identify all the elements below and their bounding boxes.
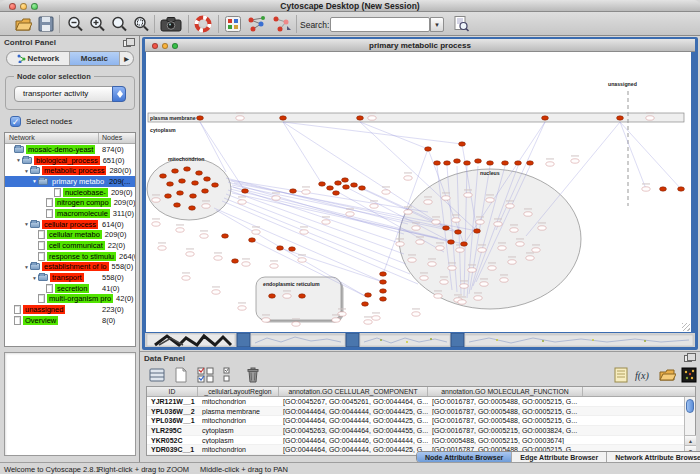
- tree-row[interactable]: ▼transport558(0): [5, 272, 135, 283]
- network-node[interactable]: [478, 248, 486, 252]
- tree-row[interactable]: ▼metabolic process280(0): [5, 165, 135, 176]
- matrix-icon[interactable]: [680, 366, 698, 384]
- network-node[interactable]: [486, 198, 494, 202]
- tree-row[interactable]: Overview8(0): [5, 315, 135, 326]
- network-node-selected[interactable]: [351, 183, 358, 187]
- float-panel-icon[interactable]: [123, 40, 131, 47]
- network-node-selected[interactable]: [299, 294, 306, 298]
- network-node[interactable]: [500, 278, 508, 282]
- scrollbar-thumb[interactable]: [686, 399, 694, 413]
- search-input[interactable]: [330, 17, 430, 32]
- attribute-grid-icon[interactable]: [148, 366, 166, 384]
- network-node[interactable]: [152, 198, 160, 202]
- network-node[interactable]: [476, 220, 484, 224]
- tab-node-attribute-browser[interactable]: Node Attribute Browser: [417, 452, 512, 462]
- network-node[interactable]: [182, 276, 190, 280]
- network-node-selected[interactable]: [289, 247, 296, 251]
- network-node-selected[interactable]: [527, 161, 534, 165]
- network-node-selected[interactable]: [190, 194, 197, 198]
- network-node-selected[interactable]: [204, 177, 211, 181]
- network-node-selected[interactable]: [380, 289, 387, 293]
- advanced-search-icon[interactable]: [452, 15, 470, 33]
- network-node-selected[interactable]: [212, 183, 219, 187]
- network-node[interactable]: [428, 262, 436, 266]
- network-node-selected[interactable]: [365, 293, 372, 297]
- network-node-selected[interactable]: [515, 161, 522, 165]
- delete-attribute-icon[interactable]: [244, 366, 262, 384]
- network-node-selected[interactable]: [357, 116, 364, 120]
- network-node-selected[interactable]: [232, 259, 239, 263]
- network-node-selected[interactable]: [222, 234, 229, 238]
- network-node[interactable]: [412, 312, 420, 316]
- network-node[interactable]: [458, 300, 466, 304]
- tree-expand-icon[interactable]: ▼: [31, 275, 38, 281]
- network-node-selected[interactable]: [179, 179, 186, 183]
- network-node[interactable]: [532, 248, 540, 252]
- scroll-up-icon[interactable]: ▲: [685, 435, 696, 445]
- network-node[interactable]: [448, 266, 456, 270]
- network-node[interactable]: [158, 246, 166, 250]
- network-node-selected[interactable]: [425, 147, 432, 151]
- network-node-selected[interactable]: [167, 182, 174, 186]
- network-node[interactable]: [474, 296, 482, 300]
- select-attributes-icon[interactable]: [196, 366, 214, 384]
- tree-row[interactable]: ▼biological_process651(0): [5, 155, 135, 166]
- network-node[interactable]: [546, 162, 554, 166]
- network-node[interactable]: [506, 204, 514, 208]
- network-node[interactable]: [212, 290, 220, 294]
- network-node-selected[interactable]: [660, 187, 667, 191]
- tree-row[interactable]: response to stimulu264(0): [5, 251, 135, 262]
- network-node-selected[interactable]: [617, 116, 624, 120]
- network-node[interactable]: [646, 116, 654, 120]
- network-node[interactable]: [238, 306, 246, 310]
- network-node[interactable]: [464, 193, 472, 197]
- network-node[interactable]: [434, 294, 442, 298]
- vizmapper-icon[interactable]: [224, 15, 242, 33]
- network-node[interactable]: [186, 252, 194, 256]
- network-node[interactable]: [364, 320, 372, 324]
- table-row[interactable]: YLR295Ccytoplasm[GO:0045263, GO:0044464,…: [147, 426, 695, 436]
- select-nodes-checkbox[interactable]: ✓: [10, 116, 21, 127]
- network-node[interactable]: [440, 280, 448, 284]
- tree-col-nodes[interactable]: Nodes: [99, 133, 135, 143]
- network-node[interactable]: [346, 212, 354, 216]
- network-node[interactable]: [516, 242, 524, 246]
- network-node[interactable]: [404, 210, 412, 214]
- network-node[interactable]: [292, 322, 300, 326]
- network-node-selected[interactable]: [342, 178, 349, 182]
- network-node[interactable]: [424, 200, 432, 204]
- network-node-selected[interactable]: [487, 161, 494, 165]
- network-view-icon[interactable]: [246, 15, 268, 33]
- tree-row[interactable]: nitrogen compo209(0): [5, 197, 135, 208]
- network-node-selected[interactable]: [380, 280, 387, 284]
- network-node[interactable]: [436, 246, 444, 250]
- zoom-selected-icon[interactable]: [132, 15, 150, 33]
- table-row[interactable]: YPL036W__1mitochondrion[GO:0044464, GO:0…: [147, 416, 695, 426]
- table-row[interactable]: YJR121W__1mitochondrion[GO:0045267, GO:0…: [147, 397, 695, 407]
- network-node-selected[interactable]: [280, 116, 287, 120]
- table-row[interactable]: YPL036W__2plasma membrane[GO:0044464, GO…: [147, 407, 695, 417]
- tree-row[interactable]: secretion41(0): [5, 283, 135, 294]
- network-node-selected[interactable]: [464, 161, 471, 165]
- network-node-selected[interactable]: [359, 186, 366, 190]
- network-frame[interactable]: primary metabolic process plasma membran…: [142, 37, 698, 350]
- network-node-selected[interactable]: [242, 189, 249, 193]
- tree-row[interactable]: cellular metabo209(0): [5, 230, 135, 241]
- network-node[interactable]: [252, 230, 260, 234]
- network-node-selected[interactable]: [319, 182, 326, 186]
- tree-header[interactable]: Network Nodes: [5, 133, 135, 144]
- zoom-fit-icon[interactable]: [110, 15, 128, 33]
- window-titlebar[interactable]: Cytoscape Desktop (New Session): [0, 0, 700, 12]
- float-data-panel-icon[interactable]: [684, 355, 692, 362]
- network-node-selected[interactable]: [277, 246, 284, 250]
- network-node[interactable]: [420, 276, 428, 280]
- network-node[interactable]: [412, 226, 420, 230]
- help-icon[interactable]: [194, 15, 212, 33]
- network-node[interactable]: [242, 262, 250, 266]
- network-node[interactable]: [456, 248, 464, 252]
- tab-network-attribute-browser[interactable]: Network Attribute Browser: [607, 452, 700, 462]
- network-node[interactable]: [538, 226, 546, 230]
- network-node[interactable]: [460, 284, 468, 288]
- network-node-selected[interactable]: [459, 142, 466, 146]
- tree-row[interactable]: nucleobase-209(0): [5, 187, 135, 198]
